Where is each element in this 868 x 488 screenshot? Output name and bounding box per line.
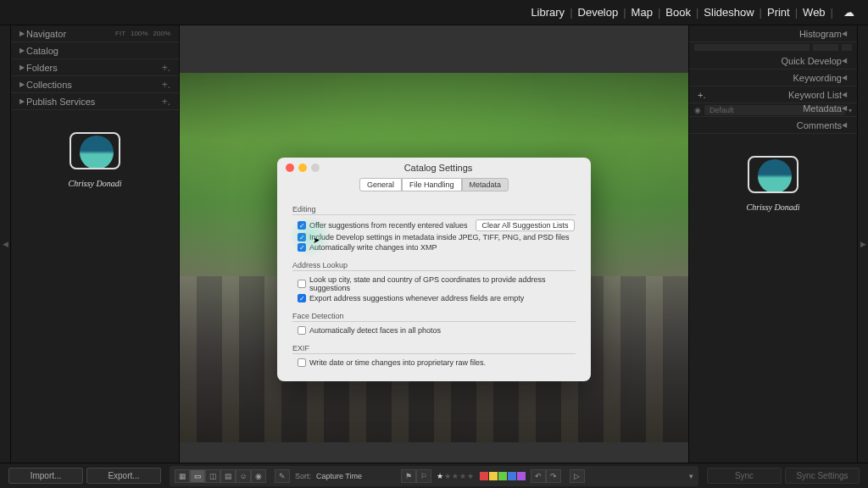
tab-general[interactable]: General	[359, 178, 402, 191]
color-labels	[480, 472, 526, 480]
disclosure-icon	[19, 47, 26, 54]
clear-suggestions-button[interactable]: Clear All Suggestion Lists	[476, 219, 574, 231]
color-label-yellow[interactable]	[489, 472, 498, 480]
rotate-cw-icon[interactable]: ↷	[546, 469, 561, 483]
sort-value[interactable]: Capture Time	[316, 472, 362, 480]
color-label-red[interactable]	[480, 472, 488, 480]
disclosure-icon	[19, 97, 26, 105]
identity-plate: Chrissy Donadi	[11, 110, 179, 203]
histogram-indicators	[689, 42, 857, 53]
right-panel: Histogram Quick Develop Keywording +. Ke…	[688, 25, 858, 463]
view-compare-icon[interactable]: ◫	[205, 469, 220, 483]
catalog-header[interactable]: Catalog	[11, 42, 179, 59]
disclosure-icon	[842, 121, 849, 129]
module-picker: Library| Develop| Map| Book| Slideshow| …	[0, 0, 868, 25]
disclosure-icon	[842, 91, 849, 98]
export-button[interactable]: Export...	[86, 468, 161, 484]
collections-add[interactable]: +.	[162, 79, 170, 91]
sync-button[interactable]: Sync	[707, 468, 782, 484]
module-print[interactable]: Print	[764, 6, 793, 19]
keywording-header[interactable]: Keywording	[689, 69, 857, 86]
section-editing: Editing	[292, 205, 576, 215]
separator: |	[758, 6, 764, 19]
label-offer-suggestions: Offer suggestions from recently entered …	[309, 221, 467, 230]
chk-write-date-raw[interactable]	[298, 358, 306, 367]
view-camera-icon[interactable]: ◉	[251, 469, 266, 483]
disclosure-icon	[19, 30, 26, 37]
folders-header[interactable]: Folders +.	[11, 59, 179, 76]
sort-label: Sort:	[295, 472, 311, 480]
catalog-settings-dialog: Catalog Settings General File Handling M…	[277, 158, 591, 381]
keyword-list-add[interactable]: +.	[698, 90, 723, 100]
chk-export-address[interactable]	[298, 294, 306, 302]
section-exif: EXIF	[292, 344, 576, 354]
cloud-sync-icon[interactable]: ☁	[840, 6, 858, 19]
separator: |	[793, 6, 799, 19]
label-auto-write-xmp: Automatically write changes into XMP	[309, 243, 437, 252]
navigator-header[interactable]: Navigator FIT 100% 200%	[11, 25, 179, 42]
disclosure-icon	[842, 104, 849, 112]
chk-offer-suggestions[interactable]	[298, 221, 306, 230]
tab-metadata[interactable]: Metadata	[462, 178, 509, 191]
view-grid-icon[interactable]: ▦	[175, 469, 190, 483]
module-slideshow[interactable]: Slideshow	[700, 6, 757, 19]
view-people-icon[interactable]: ☺	[236, 469, 251, 483]
flag-pick-icon[interactable]: ⚑	[401, 469, 416, 483]
slideshow-icon[interactable]: ▷	[570, 469, 585, 483]
separator: |	[694, 6, 700, 19]
module-develop[interactable]: Develop	[575, 6, 622, 19]
rating-stars[interactable]: ★★★★★	[437, 472, 475, 480]
label-write-date-raw: Write date or time changes into propriet…	[309, 358, 486, 367]
rotate-ccw-icon[interactable]: ↶	[531, 469, 546, 483]
chk-include-develop[interactable]	[298, 233, 306, 241]
identity-plate-right: Chrissy Donadi	[689, 134, 857, 227]
label-export-address: Export address suggestions whenever addr…	[309, 294, 524, 302]
tab-file-handling[interactable]: File Handling	[402, 178, 462, 191]
left-panel: Navigator FIT 100% 200% Catalog Folders …	[10, 25, 180, 463]
module-book[interactable]: Book	[662, 6, 694, 19]
left-panel-collapse[interactable]: ◀	[0, 25, 10, 463]
chk-lookup-gps[interactable]	[298, 280, 306, 288]
section-faces: Face Detection	[292, 312, 576, 322]
dialog-tabs: General File Handling Metadata	[277, 178, 591, 191]
disclosure-icon	[842, 74, 849, 81]
disclosure-icon	[842, 30, 849, 37]
color-label-blue[interactable]	[508, 472, 516, 480]
publish-add[interactable]: +.	[162, 96, 170, 108]
chk-detect-faces[interactable]	[298, 326, 306, 335]
disclosure-icon	[19, 64, 26, 71]
bottom-bar: Import... Export... ▦ ▭ ◫ ▤ ☺ ◉ ✎ Sort: …	[0, 463, 868, 488]
separator: |	[621, 6, 627, 19]
module-map[interactable]: Map	[628, 6, 656, 19]
comments-header[interactable]: Comments	[689, 117, 857, 134]
module-web[interactable]: Web	[799, 6, 829, 19]
flag-reject-icon[interactable]: ⚐	[416, 469, 431, 483]
view-survey-icon[interactable]: ▤	[220, 469, 236, 483]
separator: |	[656, 6, 662, 19]
histogram-header[interactable]: Histogram	[689, 25, 857, 42]
navigator-zoom[interactable]: FIT 100% 200%	[115, 30, 170, 37]
collections-header[interactable]: Collections +.	[11, 76, 179, 93]
color-label-purple[interactable]	[517, 472, 526, 480]
label-lookup-gps: Look up city, state and country of GPS c…	[309, 275, 576, 292]
import-button[interactable]: Import...	[8, 468, 83, 484]
view-loupe-icon[interactable]: ▭	[190, 469, 205, 483]
quick-develop-header[interactable]: Quick Develop	[689, 53, 857, 69]
color-label-green[interactable]	[498, 472, 507, 480]
folders-add[interactable]: +.	[162, 62, 170, 74]
metadata-header[interactable]: Metadata	[689, 100, 857, 117]
publish-header[interactable]: Publish Services +.	[11, 93, 179, 110]
toolbar-menu-icon[interactable]: ▾	[689, 472, 693, 480]
disclosure-icon	[19, 80, 26, 88]
painter-icon[interactable]: ✎	[275, 469, 290, 483]
module-library[interactable]: Library	[527, 6, 568, 19]
center-canvas: Catalog Settings General File Handling M…	[180, 25, 688, 463]
section-address: Address Lookup	[292, 261, 576, 271]
disclosure-icon	[842, 57, 849, 64]
right-panel-collapse[interactable]: ▶	[858, 25, 868, 463]
label-detect-faces: Automatically detect faces in all photos	[309, 326, 441, 335]
chk-auto-write-xmp[interactable]	[298, 243, 306, 252]
label-include-develop: Include Develop settings in metadata ins…	[309, 233, 569, 241]
close-button[interactable]	[286, 164, 294, 172]
sync-settings-button[interactable]: Sync Settings	[785, 468, 860, 484]
